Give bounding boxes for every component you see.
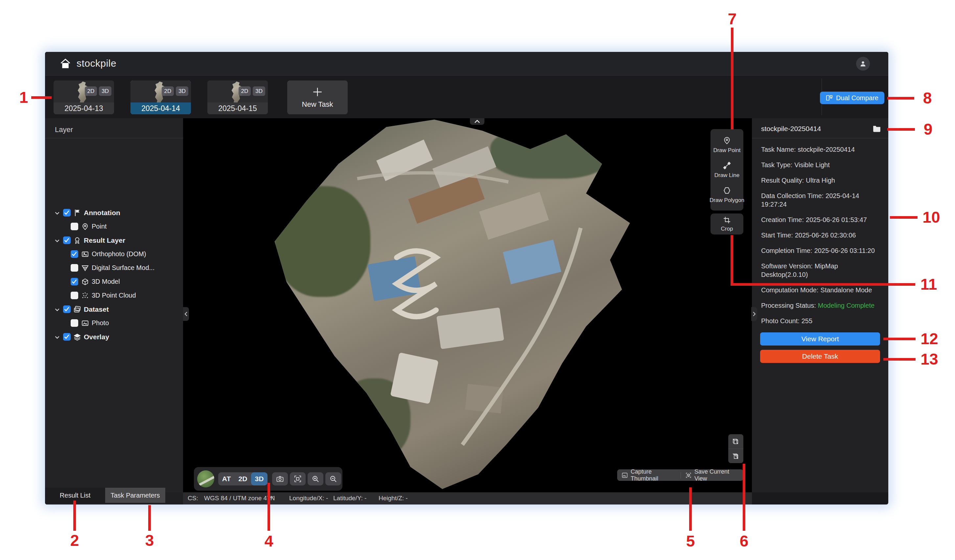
new-task-button[interactable]: New Task <box>287 81 348 114</box>
annotation-line-11-horizontal <box>731 283 915 286</box>
layer-row-dsm[interactable]: Digital Surface Mod... <box>45 261 183 275</box>
badge-3d: 3D <box>99 86 111 96</box>
chevron-down-icon[interactable] <box>54 334 60 340</box>
checkbox-dataset[interactable] <box>63 306 70 313</box>
chevron-down-icon[interactable] <box>54 307 60 313</box>
folder-icon[interactable] <box>872 125 881 132</box>
tab-task-parameters[interactable]: Task Parameters <box>105 488 165 503</box>
layer-row-annotation[interactable]: Annotation <box>45 206 183 219</box>
view-cube-stack <box>728 434 744 463</box>
annotation-number-5: 5 <box>686 533 695 549</box>
delete-task-button[interactable]: Delete Task <box>760 350 880 363</box>
draw-polygon-label: Draw Polygon <box>709 197 744 204</box>
zoom-extent-button[interactable] <box>290 472 305 485</box>
checkbox-point[interactable] <box>70 223 78 230</box>
crop-button[interactable]: Crop <box>711 214 744 234</box>
field-start-time: Start Time:2025-06-26 02:30:06 <box>761 231 880 239</box>
annotation-line-1 <box>31 96 52 99</box>
capture-thumbnail-button[interactable]: Capture Thumbnail <box>617 470 681 481</box>
checkbox-annotation[interactable] <box>63 209 70 217</box>
checkbox-result-layer[interactable] <box>63 237 70 244</box>
zoom-out-button[interactable] <box>325 472 341 485</box>
view-report-button[interactable]: View Report <box>760 332 880 346</box>
plus-icon <box>312 86 323 98</box>
layer-panel-title: Layer <box>55 125 73 134</box>
layer-label: Orthophoto (DOM) <box>92 250 146 258</box>
annotation-line-11-vertical <box>731 235 733 284</box>
longitude-readout: Longitude/X: - <box>289 494 328 502</box>
annotation-number-3: 3 <box>145 533 154 549</box>
collapse-top-handle[interactable] <box>470 118 484 125</box>
layer-row-dataset[interactable]: Dataset <box>45 303 183 316</box>
save-view-cube-icon <box>686 472 692 479</box>
task-date-label: 2025-04-15 <box>207 103 268 114</box>
checkbox-photo[interactable] <box>70 319 78 327</box>
layer-row-result-layer[interactable]: Result Layer <box>45 234 183 247</box>
layer-label: Overlay <box>84 333 109 341</box>
task-fields: Task Name:stockpile-20250414 Task Type:V… <box>761 145 880 332</box>
chevron-down-icon[interactable] <box>54 238 60 244</box>
pointcloud-icon <box>81 292 89 299</box>
screenshot-button[interactable] <box>272 472 288 485</box>
draw-point-button[interactable]: Draw Point <box>711 133 744 158</box>
checkbox-dsm[interactable] <box>70 264 78 271</box>
basemap-thumbnail[interactable] <box>197 470 214 487</box>
layer-row-orthophoto[interactable]: Orthophoto (DOM) <box>45 248 183 261</box>
solid-cube-icon[interactable] <box>728 449 744 463</box>
status-badge: Modeling Complete <box>818 302 875 309</box>
task-card-2025-04-13[interactable]: 2D 3D 2025-04-13 <box>53 81 114 114</box>
draw-polygon-button[interactable]: Draw Polygon <box>711 182 744 207</box>
annotation-number-8: 8 <box>923 90 932 106</box>
annotation-number-12: 12 <box>921 331 938 347</box>
layer-row-3d-model[interactable]: 3D Model <box>45 275 183 289</box>
collapse-left-panel-handle[interactable] <box>183 307 189 321</box>
crs-selector[interactable]: WGS 84 / UTM zone 47N <box>204 494 275 502</box>
draw-toolbar: Draw Point Draw Line Draw Polygon <box>711 129 744 211</box>
photos-icon <box>73 306 81 314</box>
layer-row-photo[interactable]: Photo <box>45 317 183 330</box>
capture-thumbnail-label: Capture Thumbnail <box>631 468 676 482</box>
roads-overlay <box>258 120 658 489</box>
field-creation-time: Creation Time:2025-06-26 01:53:47 <box>761 215 880 224</box>
annotation-line-13 <box>883 358 916 360</box>
checkbox-3d-point-cloud[interactable] <box>70 292 78 299</box>
layer-panel: Layer Annotation Point Result Layer <box>45 118 183 492</box>
annotation-number-4: 4 <box>265 533 273 549</box>
save-current-view-button[interactable]: Save Current View <box>681 470 744 481</box>
latitude-readout: Latitude/Y: - <box>333 494 366 502</box>
draw-line-label: Draw Line <box>714 172 740 179</box>
dsm-icon <box>81 264 89 272</box>
view-mode-switch: AT 2D 3D <box>218 472 268 485</box>
chevron-down-icon[interactable] <box>54 210 60 216</box>
field-data-collection-time: Data Collection Time:2025-04-14 19:27:24 <box>761 192 880 209</box>
dual-compare-button[interactable]: Dual Compare <box>820 92 885 104</box>
map-viewport[interactable]: Draw Point Draw Line Draw Polygon Crop <box>183 118 752 492</box>
task-card-2025-04-14-selected[interactable]: 2D 3D 2025-04-14 <box>130 81 191 114</box>
layer-row-point[interactable]: Point <box>45 220 183 233</box>
task-date-label: 2025-04-13 <box>53 103 114 114</box>
task-panel-title: stockpile-20250414 <box>761 125 821 133</box>
zoom-in-button[interactable] <box>308 472 323 485</box>
chevron-up-icon <box>474 120 480 123</box>
view-mode-at[interactable]: AT <box>218 472 235 485</box>
view-mode-3d[interactable]: 3D <box>251 472 268 485</box>
task-thumbnail-strip: 2D 3D 2025-04-13 2D 3D 2025-04-14 2D 3D <box>45 76 888 118</box>
user-avatar[interactable] <box>856 57 870 71</box>
draw-line-button[interactable]: Draw Line <box>711 158 744 182</box>
checkbox-orthophoto[interactable] <box>70 250 78 258</box>
chevron-right-icon <box>753 312 756 316</box>
wireframe-cube-icon[interactable] <box>728 434 744 449</box>
layer-row-overlay[interactable]: Overlay <box>45 331 183 343</box>
view-mode-2d[interactable]: 2D <box>235 472 251 485</box>
checkbox-overlay[interactable] <box>63 333 70 341</box>
annotation-line-8 <box>887 97 914 100</box>
annotation-number-11: 11 <box>921 276 937 292</box>
task-card-2025-04-15[interactable]: 2D 3D 2025-04-15 <box>207 81 268 114</box>
annotation-line-6 <box>743 464 745 531</box>
home-icon[interactable] <box>59 58 71 70</box>
layer-label: 3D Point Cloud <box>92 292 136 299</box>
collapse-right-panel-handle[interactable] <box>751 307 757 321</box>
checkbox-3d-model[interactable] <box>70 278 78 285</box>
layer-row-3d-point-cloud[interactable]: 3D Point Cloud <box>45 289 183 302</box>
annotation-number-6: 6 <box>740 533 748 549</box>
